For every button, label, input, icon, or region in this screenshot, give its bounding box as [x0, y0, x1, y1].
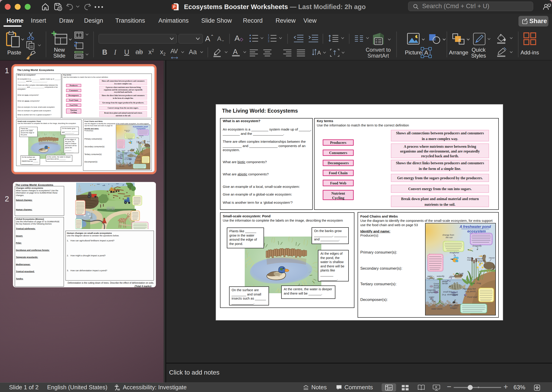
- svg-text:flea: flea: [430, 298, 433, 300]
- svg-text:maggot: maggot: [450, 307, 458, 309]
- svg-text:Heron: Heron: [489, 257, 495, 259]
- svg-text:Duck: Duck: [459, 272, 464, 275]
- svg-text:(e.g. stickleback): (e.g. stickleback): [442, 294, 458, 296]
- svg-text:mace: mace: [467, 259, 472, 261]
- svg-text:marigold: marigold: [141, 142, 145, 144]
- svg-text:small fish: small fish: [125, 157, 129, 159]
- svg-text:Kingfisher: Kingfisher: [450, 252, 460, 254]
- svg-text:Energy from: Energy from: [124, 130, 130, 131]
- svg-text:Marsh: Marsh: [477, 258, 483, 260]
- svg-text:Dragonfly: Dragonfly: [472, 245, 482, 247]
- svg-text:Pond snail: Pond snail: [467, 296, 477, 298]
- svg-text:the sun: the sun: [446, 236, 453, 238]
- svg-text:A: A: [317, 50, 321, 56]
- svg-text:A freshwater pond: A freshwater pond: [133, 126, 148, 128]
- svg-text:Dragonfly: Dragonfly: [117, 157, 121, 158]
- svg-text:waterlily: waterlily: [122, 150, 126, 151]
- svg-text:the sun: the sun: [126, 131, 129, 132]
- svg-text:Dragonfly: Dragonfly: [139, 135, 143, 136]
- svg-text:Energy from: Energy from: [443, 234, 454, 236]
- svg-text:(e.g. perch): (e.g. perch): [465, 290, 476, 293]
- svg-text:nymph: nymph: [117, 158, 120, 159]
- svg-text:Algae: Algae: [449, 275, 455, 278]
- svg-text:marigold: marigold: [476, 260, 485, 262]
- svg-text:mace: mace: [136, 142, 139, 143]
- svg-text:(e.g. stickleback): (e.g. stickleback): [124, 159, 132, 160]
- svg-text:larvae: larvae: [442, 282, 448, 285]
- svg-text:waterlily: waterlily: [437, 275, 445, 277]
- svg-text:beetle: beetle: [434, 287, 440, 289]
- svg-text:Frog: Frog: [476, 282, 481, 284]
- svg-text:Marsh: Marsh: [141, 141, 144, 142]
- svg-text:A: A: [424, 49, 428, 56]
- svg-text:P: P: [173, 5, 175, 9]
- svg-text:boatman: boatman: [117, 151, 121, 152]
- svg-text:Duck: Duck: [132, 149, 135, 150]
- svg-text:Heron: Heron: [147, 141, 150, 142]
- svg-text:maggot: maggot: [128, 165, 132, 167]
- svg-text:Kingfisher: Kingfisher: [128, 139, 133, 140]
- svg-text:Predatory fish: Predatory fish: [134, 156, 141, 157]
- svg-text:boatman: boatman: [426, 277, 435, 279]
- svg-text:small fish: small fish: [443, 291, 452, 293]
- svg-text:2: 2: [268, 37, 269, 40]
- svg-text:A freshwater pond: A freshwater pond: [459, 225, 491, 229]
- svg-text:Predatory fish: Predatory fish: [463, 288, 476, 290]
- svg-text:water: water: [427, 275, 433, 277]
- svg-text:nymph: nymph: [428, 291, 434, 294]
- svg-text:3: 3: [268, 40, 269, 43]
- svg-text:Algae: Algae: [128, 150, 131, 151]
- svg-text:(e.g. perch): (e.g. perch): [135, 157, 141, 158]
- svg-text:Pond snail: Pond snail: [136, 160, 141, 161]
- svg-text:Rat-tailed: Rat-tailed: [128, 164, 132, 165]
- svg-text:water: water: [117, 150, 120, 151]
- svg-text:Frog: Frog: [141, 154, 143, 154]
- svg-text:1: 1: [268, 34, 269, 37]
- svg-text:water worm: water worm: [432, 308, 443, 310]
- svg-text:Rat-tailed: Rat-tailed: [449, 305, 459, 307]
- svg-text:Dragonfly: Dragonfly: [426, 289, 436, 291]
- svg-text:flea: flea: [118, 161, 120, 162]
- svg-text:ecosystem: ecosystem: [467, 229, 486, 233]
- svg-text:beetle: beetle: [120, 156, 123, 157]
- svg-text:larvae: larvae: [124, 154, 127, 154]
- svg-text:water worm: water worm: [119, 166, 124, 167]
